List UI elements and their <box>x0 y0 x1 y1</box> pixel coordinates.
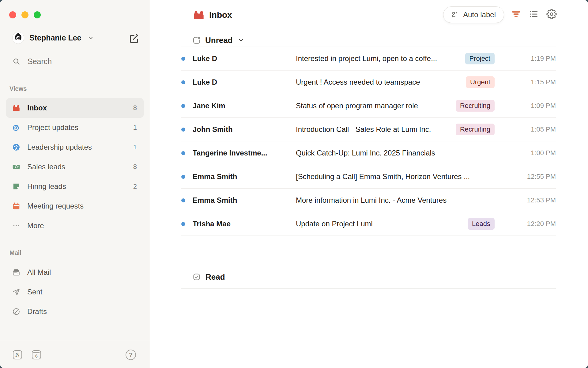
sidebar-item-count: 1 <box>133 124 137 132</box>
email-row[interactable]: Luke DUrgent ! Access needed to teamspac… <box>181 71 556 94</box>
sidebar-item-sent[interactable]: Sent <box>6 282 144 302</box>
auto-label-wand-icon <box>450 10 459 19</box>
zoom-window-button[interactable] <box>34 11 41 18</box>
unread-dot-cell <box>181 222 193 226</box>
sidebar-item-label: More <box>27 221 130 230</box>
email-time: 1:00 PM <box>495 149 556 157</box>
unread-dot <box>181 80 185 84</box>
window-controls <box>9 11 41 18</box>
sidebar-item-sales-leads[interactable]: Sales leads8 <box>6 157 144 177</box>
list-view-button[interactable] <box>528 9 540 21</box>
sidebar-item-hiring-leads[interactable]: Hiring leads2 <box>6 177 144 196</box>
email-label-badge[interactable]: Leads <box>468 218 495 230</box>
email-row[interactable]: Emma Smith[Scheduling a Call] Emma Smith… <box>181 165 556 189</box>
unread-dot-cell <box>181 151 193 155</box>
email-label-badge[interactable]: Urgent <box>466 76 495 88</box>
unread-dot <box>181 151 185 155</box>
email-subject: Interested in project Lumi, open to a co… <box>296 54 465 63</box>
unread-dot <box>181 57 185 61</box>
sidebar-item-label: Drafts <box>27 307 137 316</box>
sidebar-item-meeting-requests[interactable]: Meeting requests <box>6 196 144 216</box>
compose-button[interactable] <box>129 33 140 44</box>
email-sender: Trisha Mae <box>193 220 296 228</box>
money-icon <box>12 163 20 171</box>
notion-glyph: N <box>15 351 20 358</box>
filter-button[interactable] <box>510 9 522 21</box>
email-subject: Update on Project Lumi <box>296 220 468 228</box>
email-sender: Luke D <box>193 78 296 86</box>
sidebar-item-leadership-updates[interactable]: Leadership updates1 <box>6 137 144 157</box>
views-section-header: Views <box>9 85 27 92</box>
sidebar-item-label: Project updates <box>27 123 126 132</box>
email-time: 12:20 PM <box>495 220 556 228</box>
sidebar-item-label: Meeting requests <box>27 202 130 210</box>
email-subject: Introduction Call - Sales Role at Lumi I… <box>296 125 456 134</box>
email-subject: Quick Catch-Up: Lumi Inc. 2025 Financial… <box>296 149 495 157</box>
sidebar-item-label: Inbox <box>27 104 126 112</box>
sidebar-item-project-updates[interactable]: Project updates1 <box>6 118 144 137</box>
sidebar-item-label: Hiring leads <box>27 182 126 191</box>
read-section-toggle[interactable]: Read <box>181 270 556 284</box>
main-area: Inbox Auto label Unread L <box>150 0 588 368</box>
email-row[interactable]: Luke DInterested in project Lumi, open t… <box>181 47 556 71</box>
page-title: Inbox <box>209 10 232 20</box>
settings-button[interactable] <box>546 9 557 21</box>
email-sender: Emma Smith <box>193 196 296 205</box>
views-nav: Inbox8Project updates1Leadership updates… <box>0 98 150 236</box>
email-sender: Emma Smith <box>193 172 296 181</box>
unread-status-icon <box>193 36 201 44</box>
app-window: Stephanie Lee Search Views Inbox8Project… <box>0 0 588 368</box>
note-icon <box>12 182 20 190</box>
sidebar-item-count: 8 <box>133 104 137 112</box>
search-icon <box>12 57 21 66</box>
section-divider <box>181 288 556 289</box>
email-row[interactable]: Jane KimStatus of open program manager r… <box>181 94 556 118</box>
email-row[interactable]: Trisha MaeUpdate on Project LumiLeads12:… <box>181 212 556 236</box>
account-name: Stephanie Lee <box>29 33 81 42</box>
calendar-app-icon[interactable]: 6 <box>32 350 41 359</box>
email-time: 12:55 PM <box>495 173 556 181</box>
email-label-badge[interactable]: Recruiting <box>456 124 495 135</box>
unread-dot <box>181 175 185 179</box>
unread-dot <box>181 222 185 226</box>
email-sender: Luke D <box>193 54 296 63</box>
sidebar-item-label: Sent <box>27 288 137 296</box>
account-switcher[interactable]: Stephanie Lee <box>12 32 94 44</box>
mail-section-header: Mail <box>9 249 21 256</box>
read-section: Read <box>181 270 556 289</box>
email-subject: More information in Lumi Inc. - Acme Ven… <box>296 196 495 205</box>
auto-label-button[interactable]: Auto label <box>443 6 504 23</box>
sidebar-item-count: 8 <box>133 163 137 171</box>
unread-dot-cell <box>181 80 193 84</box>
email-row[interactable]: John SmithIntroduction Call - Sales Role… <box>181 118 556 141</box>
search-button[interactable]: Search <box>12 57 52 66</box>
send-icon <box>12 288 20 296</box>
email-label-badge[interactable]: Recruiting <box>456 100 495 112</box>
search-label: Search <box>28 57 52 66</box>
calendar-day: 6 <box>35 354 38 358</box>
email-row[interactable]: Tangerine Investme...Quick Catch-Up: Lum… <box>181 141 556 165</box>
sidebar-item-all-mail[interactable]: All Mail <box>6 263 144 282</box>
draft-icon <box>12 308 20 316</box>
sidebar-item-count: 1 <box>133 143 137 151</box>
read-checkbox-icon <box>193 273 201 281</box>
chevron-down-icon <box>87 35 94 41</box>
auto-label-text: Auto label <box>463 10 496 19</box>
email-row[interactable]: Emma SmithMore information in Lumi Inc. … <box>181 189 556 212</box>
minimize-window-button[interactable] <box>21 11 28 18</box>
unread-dot-cell <box>181 128 193 132</box>
unread-dot-cell <box>181 198 193 202</box>
close-window-button[interactable] <box>9 11 16 18</box>
sidebar-item-drafts[interactable]: Drafts <box>6 302 144 321</box>
email-sender: Jane Kim <box>193 102 296 110</box>
sidebar-item-more[interactable]: More <box>6 216 144 236</box>
help-button[interactable]: ? <box>126 350 136 360</box>
email-label-badge[interactable]: Project <box>465 53 495 64</box>
sidebar-item-inbox[interactable]: Inbox8 <box>6 98 144 118</box>
email-time: 1:15 PM <box>495 78 556 86</box>
inbox-icon <box>12 104 20 112</box>
unread-section-toggle[interactable]: Unread <box>181 34 556 47</box>
email-time: 1:19 PM <box>495 55 556 63</box>
notion-app-icon[interactable]: N <box>13 350 22 359</box>
unread-dot-cell <box>181 175 193 179</box>
